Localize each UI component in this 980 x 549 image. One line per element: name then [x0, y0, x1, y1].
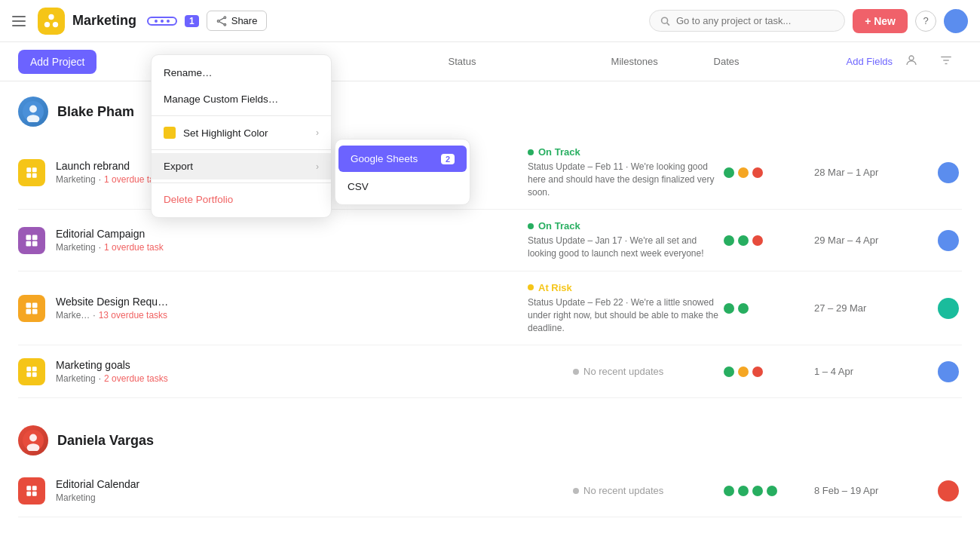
- status-text-website: Status Update – Feb 22 · We're a little …: [528, 296, 724, 334]
- milestone-dot: [738, 303, 749, 314]
- milestones-editorial-calendar: [724, 486, 814, 496]
- project-row-marketing-goals[interactable]: Marketing goals Marketing · 2 overdue ta…: [18, 345, 962, 398]
- main-content: Rename… Manage Custom Fields… Set Highli…: [0, 81, 980, 517]
- chevron-right-icon: ›: [316, 127, 319, 138]
- help-icon: ?: [923, 15, 928, 26]
- project-name-editorial-calendar: Editorial Calendar: [56, 478, 237, 490]
- project-team-website: Marke…: [56, 310, 90, 321]
- col-milestones-header: Milestones: [611, 56, 702, 67]
- project-status-website-design: At Risk Status Update – Feb 22 · We're a…: [528, 282, 724, 334]
- nav-badge: 1: [185, 15, 199, 27]
- menu-item-custom-fields[interactable]: Manage Custom Fields…: [152, 86, 331, 112]
- menu-custom-fields-label: Manage Custom Fields…: [164, 94, 278, 105]
- status-dot-launch: [528, 149, 534, 155]
- csv-label: CSV: [348, 181, 369, 192]
- user-avatar-nav[interactable]: [944, 9, 968, 33]
- project-icon-launch-rebrand: [18, 159, 45, 186]
- menu-divider-1: [152, 115, 331, 116]
- hamburger-menu[interactable]: [12, 12, 30, 30]
- milestone-dot: [752, 486, 763, 496]
- owner-avatar-editorial: [938, 230, 959, 251]
- svg-rect-19: [32, 167, 37, 172]
- menu-item-rename[interactable]: Rename…: [152, 60, 331, 86]
- help-button[interactable]: ?: [915, 11, 936, 32]
- milestones-launch-rebrand: [724, 167, 814, 178]
- svg-rect-17: [26, 167, 31, 172]
- project-row-editorial-calendar[interactable]: Editorial Calendar Marketing No recent u…: [18, 465, 962, 517]
- person-name-daniela: Daniela Vargas: [57, 433, 154, 449]
- svg-rect-28: [32, 309, 38, 314]
- project-info-website-design: Website Design Requ… Marke… · 13 overdue…: [56, 296, 237, 321]
- submenu-item-csv[interactable]: CSV: [335, 173, 470, 200]
- nav-dots-button[interactable]: [147, 17, 177, 26]
- menu-item-highlight-color[interactable]: Set Highlight Color ›: [152, 119, 331, 146]
- search-input[interactable]: [676, 15, 834, 26]
- dates-editorial-calendar: 8 Feb – 19 Apr: [814, 485, 935, 496]
- status-label-edcal: No recent updates: [573, 485, 724, 496]
- status-text-launch: Status Update – Feb 11 · We're looking g…: [528, 161, 724, 198]
- project-status-launch-rebrand: On Track Status Update – Feb 11 · We're …: [528, 146, 724, 198]
- svg-point-3: [224, 16, 226, 18]
- project-info-marketing-goals: Marketing goals Marketing · 2 overdue ta…: [56, 359, 237, 384]
- svg-rect-20: [32, 173, 37, 178]
- svg-rect-29: [26, 367, 31, 371]
- milestone-dot: [738, 486, 749, 496]
- milestone-dot: [738, 235, 749, 246]
- menu-highlight-color-label: Set Highlight Color: [183, 127, 268, 139]
- owner-marketing-goals: [935, 361, 962, 382]
- svg-line-7: [219, 21, 224, 23]
- svg-rect-27: [32, 302, 38, 308]
- project-overdue-website: 13 overdue tasks: [99, 310, 167, 321]
- project-row-website-design[interactable]: Website Design Requ… Marke… · 13 overdue…: [18, 271, 962, 345]
- project-meta-editorial-campaign: Marketing · 1 overdue task: [56, 242, 237, 253]
- project-status-marketing-goals: No recent updates: [573, 366, 724, 377]
- dates-editorial-campaign: 29 Mar – 4 Apr: [814, 235, 935, 246]
- export-submenu: Google Sheets 2 CSV: [335, 139, 470, 205]
- milestone-dot: [752, 167, 763, 178]
- project-row-editorial-campaign[interactable]: Editorial Campaign Marketing · 1 overdue…: [18, 210, 962, 271]
- menu-export-label: Export: [164, 161, 193, 172]
- google-sheets-badge: 2: [441, 154, 455, 164]
- project-name-website-design: Website Design Requ…: [56, 296, 237, 308]
- share-button[interactable]: Share: [207, 11, 268, 31]
- project-name-marketing-goals: Marketing goals: [56, 359, 237, 371]
- menu-divider-2: [152, 149, 331, 150]
- owner-avatar-website: [938, 298, 959, 319]
- svg-rect-24: [32, 241, 38, 247]
- svg-rect-38: [32, 486, 37, 490]
- menu-divider-3: [152, 182, 331, 183]
- svg-point-4: [224, 23, 226, 26]
- milestone-dot: [724, 486, 734, 496]
- project-status-editorial-campaign: On Track Status Update – Jan 17 · We're …: [528, 220, 724, 260]
- milestone-dot: [724, 167, 734, 178]
- milestone-dot: [738, 367, 749, 377]
- new-button[interactable]: + New: [853, 9, 908, 33]
- avatar-daniela: [18, 425, 48, 455]
- project-meta-marketing-goals: Marketing · 2 overdue tasks: [56, 373, 237, 384]
- topnav: Marketing 1 Share + New ?: [0, 0, 980, 42]
- status-label-mktgoals: No recent updates: [573, 366, 724, 377]
- project-name-editorial-campaign: Editorial Campaign: [56, 228, 237, 240]
- milestone-dot: [752, 367, 763, 377]
- svg-rect-21: [26, 235, 32, 240]
- svg-rect-25: [26, 302, 32, 308]
- svg-point-2: [53, 21, 58, 26]
- milestone-dot: [724, 367, 734, 377]
- status-label-editorial: On Track: [528, 220, 724, 232]
- app-icon: [38, 8, 65, 35]
- svg-rect-37: [26, 492, 31, 496]
- color-swatch-icon: [164, 127, 176, 139]
- submenu-item-google-sheets[interactable]: Google Sheets 2: [338, 146, 467, 172]
- svg-rect-22: [26, 241, 32, 247]
- menu-item-export[interactable]: Export ›: [152, 153, 331, 179]
- project-overdue-mktgoals: 2 overdue tasks: [104, 373, 168, 384]
- svg-rect-30: [26, 373, 31, 377]
- add-project-button[interactable]: Add Project: [18, 50, 96, 74]
- add-fields-button[interactable]: Add Fields: [847, 56, 893, 67]
- status-dot-edcal: [573, 488, 579, 494]
- svg-rect-39: [32, 492, 37, 496]
- search-bar[interactable]: [649, 10, 845, 32]
- svg-point-34: [29, 434, 37, 442]
- menu-item-delete[interactable]: Delete Portfolio: [152, 186, 331, 213]
- col-assign-icon: [905, 54, 927, 69]
